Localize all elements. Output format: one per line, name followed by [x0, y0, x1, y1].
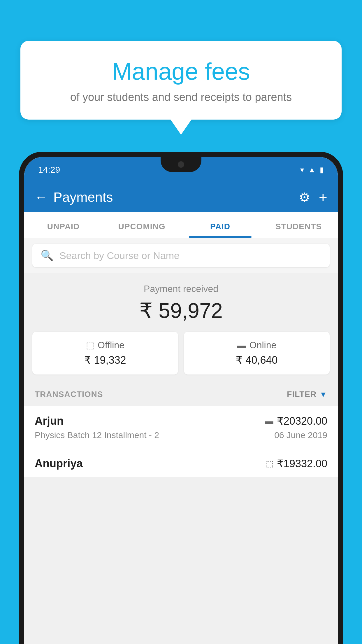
transaction-type-icon-1: ▬ — [265, 416, 273, 426]
online-amount: ₹ 40,640 — [190, 354, 324, 366]
tab-students[interactable]: STUDENTS — [259, 222, 338, 238]
online-card: ▬ Online ₹ 40,640 — [184, 332, 330, 374]
transaction-amount-2: ₹19332.00 — [277, 458, 327, 470]
page-title: Payments — [53, 189, 113, 205]
payment-received-label: Payment received — [32, 284, 330, 294]
online-label-row: ▬ Online — [190, 340, 324, 351]
speech-bubble: Manage fees of your students and send re… — [20, 41, 342, 120]
search-bar[interactable]: 🔍 Search by Course or Name — [32, 244, 330, 267]
add-button[interactable]: + — [319, 189, 327, 206]
payment-total: ₹ 59,972 — [32, 298, 330, 323]
transaction-top-1: Arjun ▬ ₹20320.00 — [35, 415, 327, 427]
payment-cards: ⬚ Offline ₹ 19,332 ▬ Online ₹ 40,640 — [32, 332, 330, 374]
online-icon: ▬ — [237, 340, 246, 350]
transactions-header: TRANSACTIONS FILTER ▼ — [24, 383, 338, 406]
transaction-top-2: Anupriya ⬚ ₹19332.00 — [35, 457, 327, 470]
offline-label: Offline — [98, 340, 124, 351]
wifi-icon: ▾ — [300, 165, 304, 174]
transaction-bottom-1: Physics Batch 12 Installment - 2 06 June… — [35, 430, 327, 440]
transaction-amount-row-1: ▬ ₹20320.00 — [265, 415, 327, 427]
search-placeholder: Search by Course or Name — [59, 250, 180, 261]
bubble-subtitle: of your students and send receipts to pa… — [38, 91, 324, 104]
transaction-amount-1: ₹20320.00 — [277, 415, 327, 427]
filter-label: FILTER — [287, 390, 317, 399]
tab-unpaid[interactable]: UNPAID — [24, 222, 103, 238]
filter-icon: ▼ — [319, 390, 327, 399]
status-icons: ▾ ▲ ▮ — [300, 165, 324, 174]
transactions-label: TRANSACTIONS — [35, 390, 103, 399]
search-icon: 🔍 — [41, 249, 54, 262]
offline-label-row: ⬚ Offline — [38, 340, 172, 351]
transaction-type-icon-2: ⬚ — [266, 459, 273, 468]
transaction-amount-row-2: ⬚ ₹19332.00 — [266, 458, 327, 470]
search-container: 🔍 Search by Course or Name — [24, 238, 338, 273]
transaction-date-1: 06 June 2019 — [274, 430, 327, 440]
filter-button[interactable]: FILTER ▼ — [287, 390, 327, 399]
header-right: ⚙ + — [299, 189, 327, 206]
app-header: ← Payments ⚙ + — [24, 183, 338, 212]
status-bar: 14:29 ▾ ▲ ▮ — [24, 157, 338, 183]
camera-dot — [178, 161, 184, 168]
transaction-row: Arjun ▬ ₹20320.00 Physics Batch 12 Insta… — [24, 406, 338, 449]
payment-summary: Payment received ₹ 59,972 ⬚ Offline ₹ 19… — [24, 273, 338, 383]
battery-icon: ▮ — [320, 165, 324, 174]
online-label: Online — [249, 340, 277, 351]
transaction-name-2: Anupriya — [35, 457, 83, 470]
tab-upcoming[interactable]: UPCOMING — [103, 222, 181, 238]
offline-card: ⬚ Offline ₹ 19,332 — [32, 332, 178, 374]
phone-screen: 14:29 ▾ ▲ ▮ ← Payments ⚙ + UNPAID U — [24, 157, 338, 644]
header-left: ← Payments — [35, 189, 113, 205]
tab-paid[interactable]: PAID — [181, 222, 259, 238]
tabs-bar: UNPAID UPCOMING PAID STUDENTS — [24, 212, 338, 238]
settings-icon[interactable]: ⚙ — [299, 190, 310, 205]
phone-frame: 14:29 ▾ ▲ ▮ ← Payments ⚙ + UNPAID U — [19, 152, 343, 644]
transaction-course-1: Physics Batch 12 Installment - 2 — [35, 430, 159, 440]
transaction-name-1: Arjun — [35, 415, 64, 427]
status-time: 14:29 — [38, 165, 60, 175]
offline-icon: ⬚ — [86, 340, 94, 350]
notch — [161, 157, 201, 172]
bubble-title: Manage fees — [38, 58, 324, 85]
transaction-row-partial: Anupriya ⬚ ₹19332.00 — [24, 449, 338, 477]
signal-icon: ▲ — [308, 165, 316, 174]
offline-amount: ₹ 19,332 — [38, 354, 172, 366]
speech-bubble-container: Manage fees of your students and send re… — [20, 41, 342, 120]
back-button[interactable]: ← — [35, 190, 48, 204]
